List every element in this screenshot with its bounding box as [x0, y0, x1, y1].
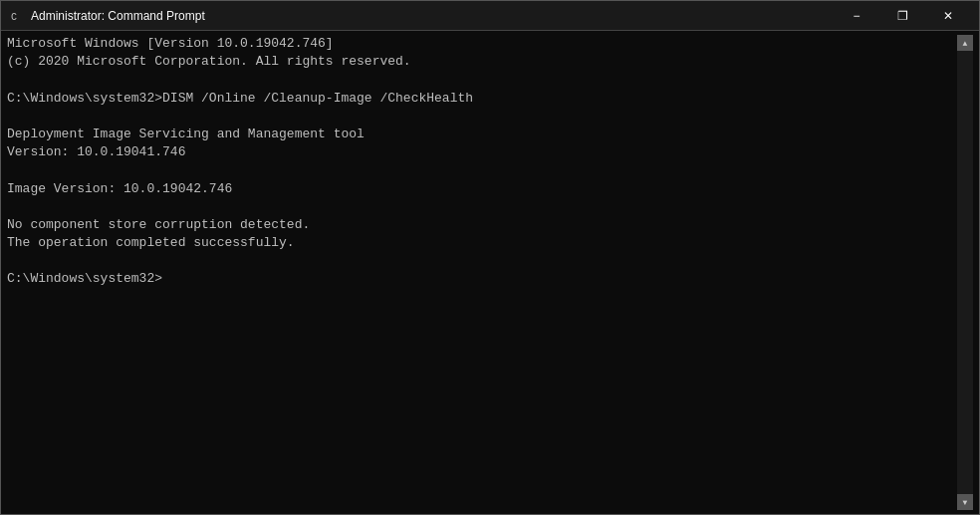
title-bar: C Administrator: Command Prompt − ❐ ✕: [1, 1, 979, 31]
console-content[interactable]: Microsoft Windows [Version 10.0.19042.74…: [7, 35, 957, 510]
scroll-up-button[interactable]: ▲: [957, 35, 973, 51]
window: C Administrator: Command Prompt − ❐ ✕ Mi…: [0, 0, 980, 515]
scrollbar[interactable]: ▲ ▼: [957, 35, 973, 510]
close-button[interactable]: ✕: [925, 1, 971, 31]
maximize-button[interactable]: ❐: [879, 1, 925, 31]
scroll-down-button[interactable]: ▼: [957, 494, 973, 510]
window-title: Administrator: Command Prompt: [31, 9, 834, 23]
minimize-button[interactable]: −: [834, 1, 879, 31]
window-controls: − ❐ ✕: [834, 1, 971, 31]
console-area: Microsoft Windows [Version 10.0.19042.74…: [1, 31, 979, 514]
cmd-icon: C: [9, 8, 25, 24]
svg-text:C: C: [11, 12, 17, 23]
console-output: Microsoft Windows [Version 10.0.19042.74…: [7, 35, 957, 289]
